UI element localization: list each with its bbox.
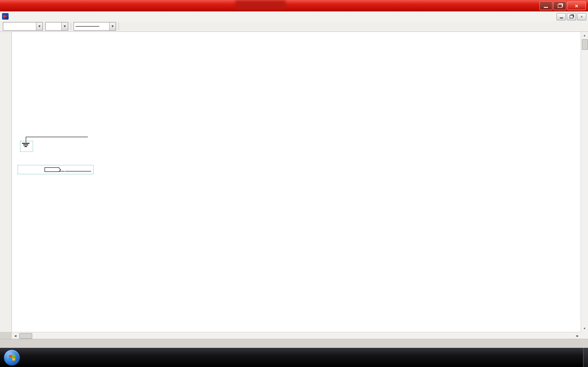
line-style-sample — [76, 26, 99, 27]
toolbar-separator — [71, 23, 71, 30]
output-net-label — [65, 166, 91, 171]
chevron-down-icon[interactable]: ▼ — [109, 22, 116, 30]
scroll-left-button[interactable]: ◀ — [12, 332, 19, 339]
window-frame — [0, 339, 588, 348]
gnd-icon — [25, 146, 27, 147]
line-style-combobox[interactable]: ▼ — [74, 22, 116, 31]
scroll-down-button[interactable]: ▼ — [581, 325, 588, 332]
windows-flag-icon — [9, 354, 16, 360]
schematic-layer — [12, 32, 581, 332]
minimize-icon — [544, 7, 548, 8]
mdi-window-controls: × — [557, 13, 586, 20]
gnd-icon — [23, 145, 28, 145]
toolbar-separator — [118, 23, 119, 30]
taskbar — [0, 348, 588, 367]
start-button[interactable] — [4, 349, 20, 366]
window-controls: × — [539, 1, 586, 10]
font-size-combobox[interactable]: ▼ — [45, 22, 68, 31]
restore-button[interactable] — [553, 1, 566, 10]
chevron-down-icon[interactable]: ▼ — [61, 22, 68, 30]
toolbar: ▼ ▼ ▼ — [0, 21, 588, 32]
desktop: × × ▼ ▼ ▼ — [0, 0, 588, 367]
mdi-minimize-icon — [560, 18, 563, 18]
minimize-button[interactable] — [539, 1, 552, 10]
restore-icon — [558, 4, 562, 8]
show-desktop-button[interactable] — [583, 348, 588, 367]
gnd-symbol-group[interactable] — [23, 130, 93, 152]
vertical-scrollbar[interactable]: ▲ ▼ — [581, 32, 588, 332]
wire — [59, 171, 65, 171]
horizontal-scrollbar[interactable]: ◀ ▶ — [12, 332, 581, 339]
mdi-close-button[interactable]: × — [577, 13, 586, 20]
blurred-overlay — [235, 0, 286, 9]
schematic-canvas[interactable] — [12, 32, 581, 332]
vertical-scroll-thumb[interactable] — [582, 39, 588, 50]
close-button[interactable]: × — [567, 1, 586, 10]
mdi-minimize-button[interactable] — [557, 13, 566, 20]
menu-bar: × — [0, 11, 588, 22]
scroll-up-button[interactable]: ▲ — [581, 32, 588, 39]
output-symbol-icon — [45, 167, 59, 172]
font-combobox[interactable]: ▼ — [3, 22, 43, 31]
gnd-icon — [22, 143, 29, 144]
app-logo-icon — [2, 13, 9, 20]
wire — [26, 137, 88, 137]
horizontal-scroll-thumb[interactable] — [19, 333, 32, 339]
mdi-restore-icon — [570, 15, 573, 18]
scroll-right-button[interactable]: ▶ — [574, 332, 581, 339]
mdi-restore-button[interactable] — [567, 13, 576, 20]
output-pin-group[interactable] — [18, 165, 103, 175]
title-bar: × — [0, 0, 588, 11]
scrollbar-corner — [581, 332, 588, 339]
close-icon: × — [575, 3, 578, 9]
chevron-down-icon[interactable]: ▼ — [36, 22, 42, 30]
tool-palette — [0, 32, 12, 332]
